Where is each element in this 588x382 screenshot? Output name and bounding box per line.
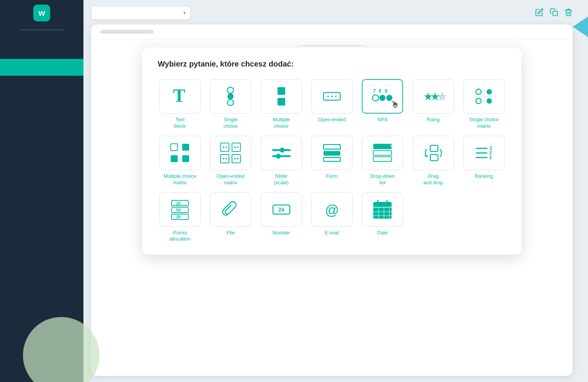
survey-dropdown[interactable]: ▾	[91, 6, 191, 20]
question-type-dropdown[interactable]: Drop-downlist	[360, 136, 405, 186]
drag-and-drop-icon-box	[413, 136, 454, 170]
picker-title: Wybierz pytanie, które chcesz dodać:	[158, 60, 506, 68]
svg-rect-45	[276, 154, 281, 159]
open-ended-matrix-icon-box	[210, 136, 251, 170]
top-bar: ▾	[91, 6, 573, 20]
svg-rect-39	[232, 154, 240, 163]
sidebar-item-3[interactable]	[0, 77, 83, 94]
svg-point-10	[335, 96, 336, 97]
multiple-choice-matrix-label: Multiple choicematrix	[163, 173, 196, 186]
svg-point-3	[227, 93, 234, 99]
svg-point-22	[476, 98, 481, 104]
question-type-ranking[interactable]: 3 2 1 Ranking	[462, 136, 506, 186]
sidebar-item-6[interactable]	[0, 132, 83, 149]
svg-point-31	[223, 146, 224, 148]
logo-text: w	[38, 8, 45, 18]
sidebar-item-5[interactable]	[0, 114, 83, 131]
svg-rect-26	[171, 144, 178, 151]
rating-label: Raing	[427, 117, 440, 123]
email-icon-box: @	[311, 192, 353, 227]
svg-point-8	[327, 96, 329, 97]
svg-point-38	[225, 158, 227, 159]
sidebar-nav	[0, 41, 83, 150]
svg-text:50: 50	[176, 208, 181, 212]
slider-label: Slider(scale)	[274, 173, 289, 186]
question-type-form[interactable]: Form	[310, 136, 354, 186]
card-title-placeholder	[100, 30, 154, 34]
picker-modal: Wybierz pytanie, które chcesz dodać: T T…	[142, 47, 521, 255]
svg-point-2	[227, 87, 234, 93]
nps-label: NPS	[377, 117, 388, 123]
svg-point-37	[223, 158, 224, 159]
question-type-date[interactable]: Date	[360, 192, 405, 243]
question-type-single-choice-matrix[interactable]: Single choicematrix	[462, 79, 506, 130]
dropdown-arrow-icon: ▾	[183, 10, 186, 16]
svg-rect-43	[280, 148, 284, 153]
picker-overlay: Wybierz pytanie, które chcesz dodać: T T…	[91, 47, 573, 376]
delete-icon[interactable]	[564, 8, 573, 18]
open-ended-icon-box	[311, 79, 353, 114]
sidebar-item-2[interactable]	[0, 59, 83, 76]
question-type-number[interactable]: 24 Number	[259, 192, 304, 243]
question-type-multiple-choice-matrix[interactable]: Multiple choicematrix	[158, 136, 202, 186]
svg-rect-52	[373, 157, 392, 161]
ranking-label: Ranking	[475, 173, 493, 180]
sidebar-logo[interactable]: w	[33, 5, 50, 21]
question-type-nps[interactable]: 7 8 9 🖱 NPS	[360, 79, 405, 130]
dropdown-icon-box	[362, 136, 403, 170]
multiple-choice-label: Multiplechoice	[273, 117, 290, 130]
nps-icon-box: 7 8 9 🖱	[362, 79, 403, 114]
file-label: File	[227, 230, 235, 236]
main-card: + + Add new question Wybierz pytanie, kt…	[91, 24, 573, 376]
svg-text:★: ★	[437, 91, 446, 102]
svg-point-9	[331, 96, 333, 97]
question-type-drag-and-drop[interactable]: Dragand drop	[411, 136, 455, 186]
date-label: Date	[377, 230, 388, 236]
svg-rect-47	[323, 151, 340, 156]
question-type-single-choice[interactable]: Singlechoice	[208, 79, 253, 130]
svg-point-4	[227, 99, 234, 106]
svg-rect-27	[182, 144, 189, 151]
open-ended-label: Open-ended	[318, 117, 346, 123]
top-actions	[535, 8, 573, 18]
question-type-slider[interactable]: Slider(scale)	[259, 136, 304, 186]
svg-text:7: 7	[373, 88, 376, 94]
single-choice-label: Singlechoice	[224, 117, 238, 130]
question-type-multiple-choice[interactable]: Multiplechoice	[259, 79, 304, 130]
svg-rect-36	[220, 154, 229, 163]
points-allocation-icon-box: 20 50 30	[159, 192, 201, 227]
question-type-points-allocation[interactable]: 20 50 30 Pointsallocation	[158, 192, 202, 243]
sidebar-item-4[interactable]	[0, 96, 83, 112]
ranking-icon-box: 3 2 1	[463, 136, 505, 170]
multiple-choice-matrix-icon-box	[159, 136, 201, 170]
sidebar-divider	[19, 29, 65, 31]
svg-rect-30	[220, 143, 229, 151]
svg-rect-33	[232, 143, 240, 151]
single-choice-matrix-label: Single choicematrix	[469, 117, 498, 130]
svg-text:9: 9	[385, 88, 387, 94]
text-block-icon-box: T	[159, 79, 201, 114]
question-type-open-ended-matrix[interactable]: Open-endedmatrix	[208, 136, 253, 186]
rating-icon-box: ★ ★ ★	[413, 79, 454, 114]
sidebar: w	[0, 0, 83, 382]
svg-rect-53	[430, 145, 438, 151]
svg-rect-29	[182, 155, 189, 162]
question-type-email[interactable]: @ E-mail	[310, 192, 354, 243]
sidebar-item-1[interactable]	[0, 41, 83, 57]
svg-text:20: 20	[176, 201, 181, 206]
question-type-rating[interactable]: ★ ★ ★ Raing	[411, 79, 455, 130]
svg-point-20	[476, 89, 481, 94]
points-allocation-label: Pointsallocation	[170, 230, 191, 243]
question-type-open-ended[interactable]: Open-ended	[310, 79, 354, 130]
svg-rect-70	[373, 202, 392, 219]
number-label: Number	[273, 230, 290, 236]
edit-icon[interactable]	[535, 8, 544, 18]
single-choice-icon-box	[210, 79, 251, 114]
question-type-text-block[interactable]: T Textblock	[158, 79, 202, 130]
question-type-file[interactable]: File	[208, 192, 253, 243]
copy-icon[interactable]	[550, 8, 558, 18]
svg-rect-44	[272, 155, 291, 157]
svg-point-23	[487, 98, 492, 104]
svg-rect-49	[373, 144, 392, 149]
svg-point-41	[237, 158, 238, 159]
